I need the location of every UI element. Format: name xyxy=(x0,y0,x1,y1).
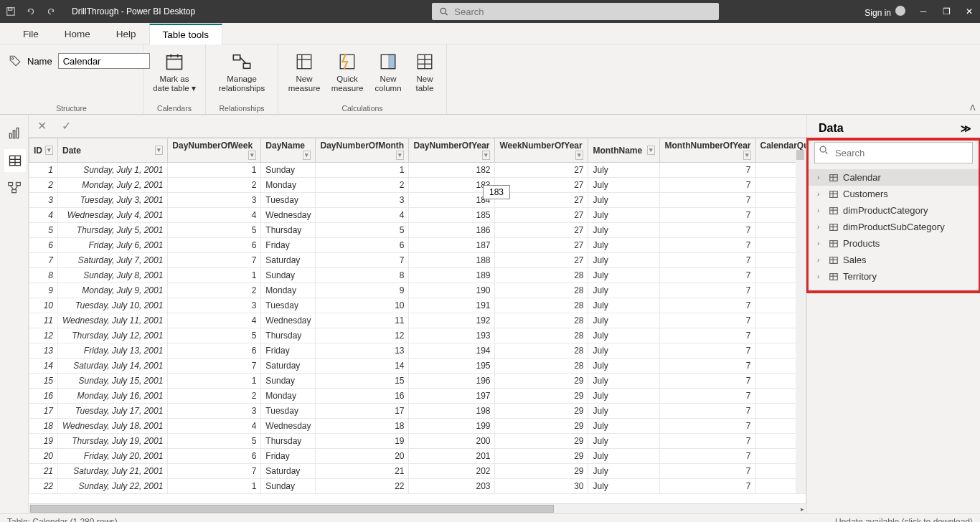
cell[interactable]: July xyxy=(588,449,660,464)
cell[interactable]: 7 xyxy=(660,449,755,464)
cell[interactable]: 18 xyxy=(316,419,409,434)
cell[interactable]: Sunday xyxy=(261,479,316,494)
cell[interactable]: 187 xyxy=(409,238,495,253)
cell[interactable]: 29 xyxy=(495,374,588,389)
cell[interactable]: 7 xyxy=(660,479,755,494)
cell[interactable]: Sunday, July 1, 2001 xyxy=(58,163,168,178)
cell[interactable]: 10 xyxy=(316,298,409,313)
cell[interactable]: 1 xyxy=(168,479,261,494)
cell[interactable]: 19 xyxy=(29,434,58,449)
cell[interactable]: Monday xyxy=(261,283,316,298)
tab-home[interactable]: Home xyxy=(52,24,103,44)
cell[interactable]: Friday, July 20, 2001 xyxy=(58,449,168,464)
table-row[interactable]: 18Wednesday, July 18, 20014Wednesday1819… xyxy=(29,419,807,434)
cell[interactable]: 7 xyxy=(660,343,755,359)
cell[interactable]: Sunday xyxy=(261,374,316,389)
cell[interactable]: 198 xyxy=(409,404,495,419)
cell[interactable]: 28 xyxy=(495,268,588,283)
table-row[interactable]: 14Saturday, July 14, 20017Saturday141952… xyxy=(29,359,807,374)
cell[interactable]: 17 xyxy=(316,404,409,419)
cell[interactable]: July xyxy=(588,464,660,479)
cell[interactable]: Monday, July 2, 2001 xyxy=(58,178,168,193)
cell[interactable]: 11 xyxy=(29,313,58,328)
table-row[interactable]: 4Wednesday, July 4, 20014Wednesday418527… xyxy=(29,208,807,223)
data-pane-search-input[interactable] xyxy=(814,142,973,163)
cell[interactable]: 3 xyxy=(29,193,58,208)
table-row[interactable]: 22Sunday, July 22, 20011Sunday2220330Jul… xyxy=(29,479,807,494)
cell[interactable]: July xyxy=(588,359,660,374)
cell[interactable]: 15 xyxy=(29,374,58,389)
cell[interactable]: 28 xyxy=(495,328,588,343)
cell[interactable]: July xyxy=(588,313,660,328)
report-view-button[interactable] xyxy=(3,122,26,145)
maximize-button[interactable]: ❐ xyxy=(941,6,951,16)
table-item[interactable]: ›Products xyxy=(807,235,980,252)
filter-icon[interactable]: ▾ xyxy=(396,151,404,160)
cell[interactable]: 5 xyxy=(168,434,261,449)
cell[interactable]: 6 xyxy=(168,238,261,253)
cell[interactable]: 10 xyxy=(29,298,58,313)
cell[interactable]: 7 xyxy=(660,404,755,419)
cell[interactable]: 7 xyxy=(660,313,755,328)
cell[interactable]: 7 xyxy=(660,178,755,193)
cell[interactable]: 6 xyxy=(168,343,261,359)
cell[interactable]: Monday xyxy=(261,178,316,193)
filter-icon[interactable]: ▾ xyxy=(155,146,163,155)
cell[interactable]: 7 xyxy=(29,253,58,268)
scroll-right-icon[interactable]: ▸ xyxy=(798,505,806,513)
cell[interactable]: 29 xyxy=(495,464,588,479)
update-available-link[interactable]: Update available (click to download) xyxy=(835,517,973,523)
cell[interactable]: 3 xyxy=(168,404,261,419)
cell[interactable]: 21 xyxy=(29,464,58,479)
cell[interactable]: Sunday, July 8, 2001 xyxy=(58,268,168,283)
column-header[interactable]: DayNumberOfYear▾ xyxy=(409,138,495,163)
table-row[interactable]: 3Tuesday, July 3, 20013Tuesday318427July… xyxy=(29,193,807,208)
table-row[interactable]: 10Tuesday, July 10, 20013Tuesday1019128J… xyxy=(29,298,807,313)
cell[interactable]: Saturday xyxy=(261,359,316,374)
cell[interactable]: 185 xyxy=(409,208,495,223)
cell[interactable]: Wednesday xyxy=(261,313,316,328)
cell[interactable]: 27 xyxy=(495,238,588,253)
redo-icon[interactable] xyxy=(46,6,56,16)
cell[interactable]: Thursday, July 19, 2001 xyxy=(58,434,168,449)
cell[interactable]: Thursday xyxy=(261,434,316,449)
filter-icon[interactable]: ▾ xyxy=(45,146,53,155)
table-item[interactable]: ›Territory xyxy=(807,268,980,285)
cell[interactable]: 5 xyxy=(168,328,261,343)
cell[interactable]: 203 xyxy=(409,479,495,494)
cell[interactable]: 199 xyxy=(409,419,495,434)
cell[interactable]: July xyxy=(588,404,660,419)
formula-input[interactable] xyxy=(80,118,804,135)
cell[interactable]: 5 xyxy=(29,223,58,238)
cell[interactable]: 28 xyxy=(495,343,588,359)
horizontal-scrollbar[interactable]: ◂ ▸ xyxy=(29,503,806,513)
cell[interactable]: Saturday xyxy=(261,464,316,479)
cell[interactable]: 7 xyxy=(660,193,755,208)
cell[interactable]: 27 xyxy=(495,223,588,238)
cell[interactable]: Wednesday, July 11, 2001 xyxy=(58,313,168,328)
cell[interactable]: Monday, July 16, 2001 xyxy=(58,389,168,404)
cell[interactable]: 202 xyxy=(409,464,495,479)
column-header[interactable]: MonthNumberOfYear▾ xyxy=(660,138,755,163)
cell[interactable]: Friday xyxy=(261,343,316,359)
cell[interactable]: 193 xyxy=(409,328,495,343)
cell[interactable]: 189 xyxy=(409,268,495,283)
tab-help[interactable]: Help xyxy=(103,24,149,44)
cell[interactable]: 16 xyxy=(29,389,58,404)
column-header[interactable]: DayName▾ xyxy=(261,138,316,163)
cell[interactable]: 7 xyxy=(660,268,755,283)
cell[interactable]: 7 xyxy=(660,419,755,434)
cell[interactable]: July xyxy=(588,223,660,238)
cell[interactable]: 4 xyxy=(168,419,261,434)
filter-icon[interactable]: ▾ xyxy=(743,151,751,160)
signin-button[interactable]: Sign in xyxy=(864,6,905,18)
cell[interactable]: 17 xyxy=(29,404,58,419)
cell[interactable]: July xyxy=(588,238,660,253)
cell[interactable]: July xyxy=(588,253,660,268)
collapse-pane-button[interactable]: ≫ xyxy=(961,123,971,134)
table-item[interactable]: ›Customers xyxy=(807,186,980,202)
cell[interactable]: 191 xyxy=(409,298,495,313)
cell[interactable]: 28 xyxy=(495,359,588,374)
cell[interactable]: 28 xyxy=(495,313,588,328)
cell[interactable]: 190 xyxy=(409,283,495,298)
